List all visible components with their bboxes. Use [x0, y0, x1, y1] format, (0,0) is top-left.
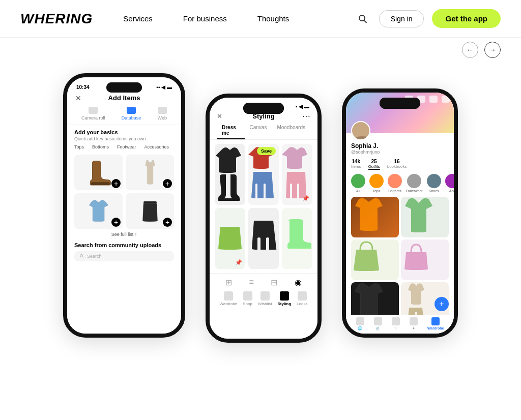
outfit-bag-svg: [401, 239, 431, 275]
phone3-name: Sophia J.: [351, 142, 449, 149]
phone1-tabs: Camera roll Database Web: [67, 105, 181, 125]
phone1-community-title: Search from community uploads: [67, 240, 181, 249]
add-boot-btn[interactable]: +: [111, 179, 121, 188]
outfit4-svg: [216, 226, 244, 251]
dot-bottoms: [388, 174, 402, 188]
phone3-clothes-grid: [346, 195, 454, 282]
item-dress: +: [126, 155, 174, 190]
phone2-outfit-grid: Save 📌: [210, 140, 317, 273]
outfit6-svg: [283, 218, 311, 259]
nav-wishlist[interactable]: Wishlist: [258, 291, 272, 306]
search-icon-small: [79, 254, 84, 259]
getapp-button[interactable]: Get the app: [432, 9, 501, 28]
phone2-close[interactable]: ✕: [217, 112, 222, 120]
phone1-categories: Tops Bottoms Footwear Accessories: [67, 144, 181, 153]
svg-rect-3: [143, 201, 157, 204]
boot-svg: [86, 159, 111, 187]
nav-services[interactable]: Services: [123, 14, 153, 23]
phone3-handle: @sophmrjuno: [351, 149, 449, 155]
p3-more[interactable]: [442, 96, 450, 103]
phone1-close[interactable]: ✕: [75, 94, 81, 102]
outfit-item-6: [282, 208, 312, 269]
add-dress-btn[interactable]: +: [163, 179, 172, 188]
phone3-category-dots: All Tops Bottoms Outerwear Shoes: [346, 172, 454, 195]
add-shirt-btn[interactable]: +: [111, 218, 121, 227]
nav-styling[interactable]: Styling: [277, 291, 291, 306]
phone1-search-bar[interactable]: Search: [74, 251, 174, 261]
view-icon-1[interactable]: ⊞: [225, 278, 232, 287]
subtab-canvas[interactable]: Canvas: [245, 122, 272, 139]
view-icon-4[interactable]: ◉: [295, 278, 302, 287]
nav-wardrobe[interactable]: Wardrobe: [219, 291, 237, 306]
phone1-see-full[interactable]: See full list ↑: [67, 231, 181, 240]
p3-nav-styling[interactable]: ✦: [410, 317, 418, 331]
tab-cameraroll[interactable]: Camera roll: [81, 107, 105, 121]
p3-nav-wishlist[interactable]: ♡: [392, 317, 400, 331]
cat-outerwear[interactable]: Outerwear: [406, 174, 423, 193]
subtab-dress-me[interactable]: Dress me: [217, 122, 245, 139]
search-button[interactable]: [355, 11, 371, 27]
cat-tops[interactable]: Tops: [74, 144, 84, 149]
svg-line-1: [364, 20, 366, 23]
nav-looks[interactable]: Looks: [297, 291, 307, 306]
cat-bottoms[interactable]: Bottoms: [92, 144, 109, 149]
p3-icon3[interactable]: [429, 96, 438, 103]
tab-database[interactable]: Database: [122, 107, 141, 121]
p3-nav-wardrobe1[interactable]: 🌐: [356, 317, 364, 331]
phone1-section-title: Add your basics: [67, 125, 181, 136]
nav-shop[interactable]: Shop: [243, 291, 252, 306]
phone2-subtabs: Dress me Canvas Moodboards: [210, 122, 317, 140]
wardrobe-item-1: [351, 197, 399, 237]
add-skirt-btn[interactable]: +: [163, 218, 172, 227]
search-icon: [358, 14, 368, 24]
phone1-signals: ▪▪ ◀ ▬: [156, 84, 172, 90]
fab-add[interactable]: +: [435, 297, 449, 311]
phone1-items-grid: + + +: [67, 153, 181, 231]
p2-signals: ▪ ◀ ▬: [296, 104, 309, 109]
cat-accessories[interactable]: Accessories: [144, 144, 169, 149]
subtab-moodboards[interactable]: Moodboards: [272, 122, 310, 139]
stat-outfits[interactable]: 25 Outfits: [368, 159, 380, 170]
outfit1-svg: [215, 146, 245, 202]
phone3-avatar: [351, 121, 370, 140]
cat-shoes[interactable]: Shoes: [427, 174, 441, 193]
phone2-screen: ▪ ◀ ▬ ✕ Styling ⋯ Dress me Canvas Moodbo…: [210, 98, 317, 339]
cat-bottoms[interactable]: Bottoms: [388, 174, 402, 193]
signin-button[interactable]: Sign in: [379, 10, 424, 27]
cat-acc[interactable]: Acc: [445, 174, 454, 193]
header-right: Sign in Get the app: [355, 9, 501, 28]
outfit-item-4: 📌: [215, 208, 245, 269]
tab-web[interactable]: Web: [158, 107, 167, 121]
nav-thoughts[interactable]: Thoughts: [257, 14, 290, 23]
coat-svg: [401, 197, 437, 235]
logo: WHERING: [20, 11, 93, 27]
phone2-bottom-nav: Wardrobe Shop Wishlist Styling Looks: [210, 289, 317, 310]
dot-tops: [369, 174, 384, 188]
dot-acc: [445, 174, 454, 188]
shirt-svg: [88, 198, 109, 224]
main-nav: Services For business Thoughts: [123, 14, 289, 23]
phone2-view-toggle: ⊞ ≡ ⊟ ◉: [210, 273, 317, 289]
outfit-item-3: 📌: [282, 144, 312, 205]
dot-shoes: [427, 174, 441, 188]
save-button-outfit[interactable]: Save: [257, 147, 276, 155]
phone1-section-sub: Quick add key basic items you own.: [67, 136, 181, 144]
prev-arrow[interactable]: ←: [462, 42, 478, 58]
jacket1-svg: [351, 197, 387, 235]
wardrobe-item-3: [351, 239, 399, 280]
item-skirt: +: [126, 193, 174, 229]
p3-nav-shop[interactable]: 🛒: [374, 317, 382, 331]
view-icon-2[interactable]: ≡: [249, 278, 253, 287]
nav-for-business[interactable]: For business: [183, 14, 227, 23]
item-boot: +: [74, 155, 123, 190]
phones-container: 10:34 ▪▪ ◀ ▬ ✕ Add Items Camera roll Dat…: [0, 58, 521, 353]
cat-all[interactable]: All: [351, 174, 365, 193]
cat-footwear[interactable]: Footwear: [117, 144, 136, 149]
phone2-more[interactable]: ⋯: [302, 111, 310, 121]
cat-tops[interactable]: Tops: [369, 174, 384, 193]
view-icon-3[interactable]: ⊟: [271, 278, 277, 287]
outfit-item-5: [248, 208, 279, 269]
next-arrow[interactable]: →: [484, 42, 501, 58]
wardrobe-item-2: [401, 197, 449, 237]
p3-nav-wardrobe-active[interactable]: Wardrobe: [427, 317, 444, 331]
